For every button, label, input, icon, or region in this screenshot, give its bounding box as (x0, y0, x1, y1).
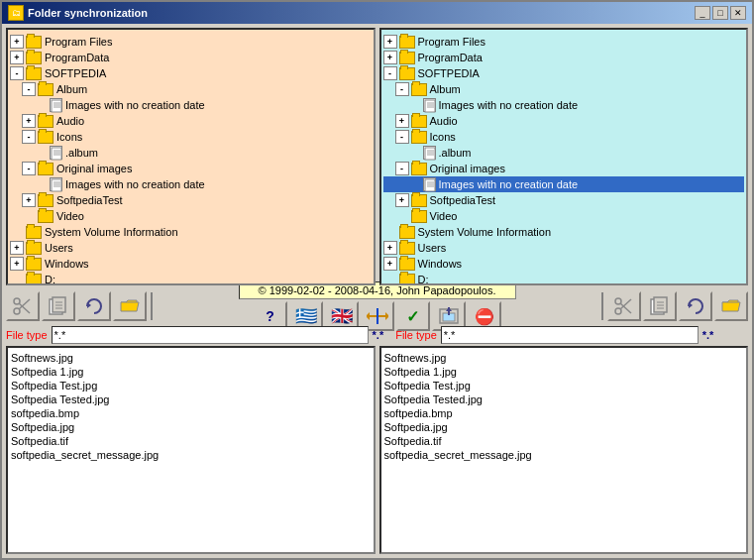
tree-expander (383, 225, 397, 239)
file-entry[interactable]: Softpedia.jpg (384, 420, 744, 434)
tree-item[interactable]: +Audio (10, 113, 372, 129)
toolbar-copy-right[interactable] (643, 291, 677, 321)
toolbar-cut-right[interactable] (607, 291, 641, 321)
folder-icon (38, 163, 54, 175)
tree-expander[interactable]: - (22, 82, 36, 96)
tree-item[interactable]: D: (383, 272, 745, 283)
tree-expander[interactable]: + (383, 35, 397, 49)
tree-expander[interactable]: + (22, 193, 36, 207)
file-entry[interactable]: Softpedia.tif (384, 434, 744, 448)
tree-item-label: Album (430, 83, 461, 95)
tree-expander[interactable]: + (383, 257, 397, 271)
tree-item[interactable]: +Program Files (383, 34, 745, 50)
tree-expander[interactable]: - (10, 66, 24, 80)
tree-expander[interactable]: - (395, 130, 409, 144)
copy-right-icon (649, 295, 671, 317)
refresh-right-icon (685, 295, 706, 317)
tree-expander[interactable]: + (22, 114, 36, 128)
right-tree-scroll[interactable]: +Program Files+ProgramData-SOFTPEDIA-Alb… (381, 30, 747, 283)
tree-item[interactable]: Images with no creation date (10, 97, 372, 113)
file-entry[interactable]: softpedia_secret_message.jpg (11, 448, 371, 462)
tree-item[interactable]: +Users (383, 240, 745, 256)
tree-item-label: Icons (56, 131, 82, 143)
tree-item[interactable]: System Volume Information (10, 224, 372, 240)
toolbar-folder-left[interactable] (113, 291, 147, 321)
tree-item[interactable]: +Windows (383, 256, 745, 272)
tree-expander[interactable]: - (22, 162, 36, 175)
tree-expander[interactable]: + (10, 257, 24, 271)
tree-item[interactable]: Images with no creation date (10, 176, 372, 192)
tree-item[interactable]: Images with no creation date (383, 176, 745, 192)
file-entry[interactable]: Softpedia 1.jpg (384, 365, 744, 379)
file-entry[interactable]: Softpedia.tif (11, 434, 371, 448)
close-button[interactable]: ✕ (730, 6, 746, 20)
tree-item[interactable]: -SOFTPEDIA (383, 65, 745, 81)
tree-item[interactable]: +ProgramData (383, 50, 745, 65)
tree-expander[interactable]: + (10, 35, 24, 49)
file-entry[interactable]: Softpedia Tested.jpg (384, 392, 744, 406)
tree-item[interactable]: -Album (10, 81, 372, 97)
tree-item[interactable]: Video (383, 208, 745, 224)
file-type-input-right[interactable] (441, 326, 699, 344)
tree-item-label: Original images (56, 163, 132, 174)
tree-item[interactable]: .album (383, 145, 745, 161)
export-icon (438, 305, 460, 327)
greek-flag-icon: 🇬🇷 (295, 305, 317, 327)
tree-item[interactable]: +SoftpediaTest (383, 192, 745, 208)
file-entry[interactable]: Softpedia Test.jpg (384, 379, 744, 392)
toolbar-folder-right[interactable] (714, 291, 748, 321)
maximize-button[interactable]: □ (712, 6, 728, 20)
tree-item[interactable]: +Audio (383, 113, 745, 129)
tree-expander[interactable]: + (10, 51, 24, 64)
tree-item[interactable]: -Original images (10, 161, 372, 176)
folder-icon (26, 36, 42, 49)
file-type-input-left[interactable] (52, 326, 369, 344)
tree-item[interactable]: +Users (10, 240, 372, 256)
tree-expander[interactable]: + (383, 241, 397, 255)
tree-item[interactable]: +SoftpediaTest (10, 192, 372, 208)
tree-item[interactable]: +Program Files (10, 34, 372, 50)
tree-item[interactable]: -SOFTPEDIA (10, 65, 372, 81)
tree-item[interactable]: +ProgramData (10, 50, 372, 65)
svg-rect-16 (425, 148, 435, 160)
tree-expander[interactable]: - (395, 162, 409, 175)
tree-item[interactable]: D: (10, 272, 372, 283)
right-file-panel[interactable]: Softnews.jpgSoftpedia 1.jpgSoftpedia Tes… (379, 346, 749, 554)
tree-expander[interactable]: - (383, 66, 397, 80)
toolbar-refresh-left[interactable] (77, 291, 111, 321)
file-entry[interactable]: Softnews.jpg (11, 351, 371, 365)
left-tree-scroll[interactable]: +Program Files+ProgramData-SOFTPEDIA-Alb… (8, 30, 374, 283)
file-entry[interactable]: Softpedia 1.jpg (11, 365, 371, 379)
file-entry[interactable]: softpedia.bmp (11, 406, 371, 420)
tree-item[interactable]: -Original images (383, 161, 745, 176)
tree-item[interactable]: Video (10, 208, 372, 224)
file-entry[interactable]: softpedia.bmp (384, 406, 744, 420)
tree-item[interactable]: Images with no creation date (383, 97, 745, 113)
left-file-panel[interactable]: Softnews.jpgSoftpedia 1.jpgSoftpedia Tes… (6, 346, 376, 554)
tree-item[interactable]: -Icons (10, 129, 372, 145)
file-entry[interactable]: Softpedia Tested.jpg (11, 392, 371, 406)
minimize-button[interactable]: _ (695, 6, 710, 20)
file-entry[interactable]: Softnews.jpg (384, 351, 744, 365)
toolbar-copy-left[interactable] (42, 291, 75, 321)
tree-expander[interactable]: + (10, 241, 24, 255)
tree-expander[interactable]: - (395, 82, 409, 96)
tree-expander[interactable]: + (383, 51, 397, 64)
file-entry[interactable]: softpedia_secret_message.jpg (384, 448, 744, 462)
tree-item-label: System Volume Information (418, 226, 552, 238)
file-icon (50, 177, 62, 191)
file-entry[interactable]: Softpedia Test.jpg (11, 379, 371, 392)
tree-item[interactable]: +Windows (10, 256, 372, 272)
tree-item[interactable]: -Album (383, 81, 745, 97)
tree-expander[interactable]: + (395, 114, 409, 128)
tree-item[interactable]: System Volume Information (383, 224, 745, 240)
file-type-ext-right: *.* (702, 329, 714, 341)
tree-expander[interactable]: + (395, 193, 409, 207)
toolbar-refresh-right[interactable] (679, 291, 712, 321)
file-entry[interactable]: Softpedia.jpg (11, 420, 371, 434)
toolbar-cut-left[interactable] (6, 291, 40, 321)
tree-expander[interactable]: - (22, 130, 36, 144)
tree-item[interactable]: -Icons (383, 129, 745, 145)
folder-icon (38, 210, 54, 223)
tree-item[interactable]: .album (10, 145, 372, 161)
